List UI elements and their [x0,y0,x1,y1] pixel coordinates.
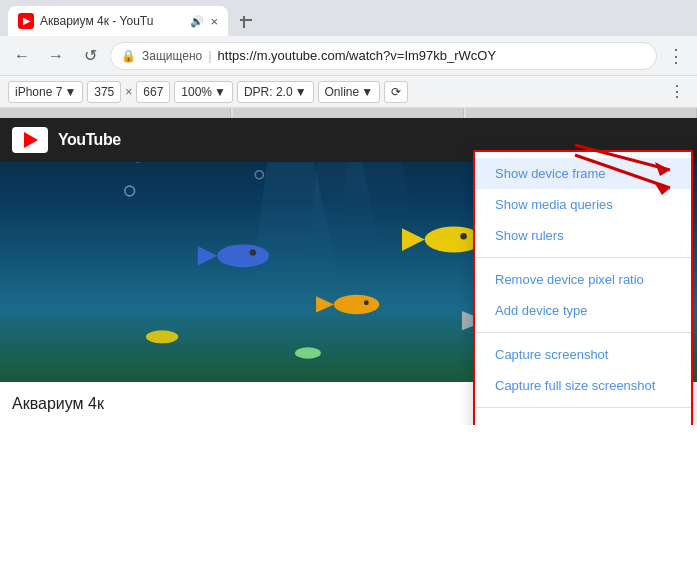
content-area: YouTube [0,108,697,425]
content-wrapper: YouTube [0,108,697,561]
menu-item-show-rulers[interactable]: Show rulers [475,220,691,251]
tab-close-button[interactable]: × [210,14,218,29]
zoom-dropdown-icon: ▼ [214,85,226,99]
menu-item-reset-defaults[interactable]: Reset to defaults [475,414,691,425]
svg-rect-0 [243,16,245,28]
zoom-selector[interactable]: 100% ▼ [174,81,233,103]
browser-window: ▶ Аквариум 4к - YouTu 🔊 × ← → ↺ 🔒 Защище… [0,0,697,561]
svg-point-28 [295,347,321,358]
dpr-dropdown-icon: ▼ [295,85,307,99]
device-dropdown-icon: ▼ [64,85,76,99]
url-bar[interactable]: 🔒 Защищено | https://m.youtube.com/watch… [110,42,657,70]
menu-item-remove-pixel-ratio[interactable]: Remove device pixel ratio [475,264,691,295]
youtube-logo-text: YouTube [58,131,121,149]
svg-point-23 [250,249,256,255]
svg-marker-5 [340,162,413,223]
divider-bar-1 [0,108,231,118]
menu-item-show-media-queries[interactable]: Show media queries [475,189,691,220]
security-label: Защищено [142,49,202,63]
active-tab[interactable]: ▶ Аквариум 4к - YouTu 🔊 × [8,6,228,36]
context-menu: Show device frame Show media queries Sho… [473,150,693,425]
svg-point-21 [217,244,269,267]
menu-item-show-device-frame[interactable]: Show device frame [475,158,691,189]
youtube-play-triangle [24,132,38,148]
devtools-more-button[interactable]: ⋮ [665,81,689,103]
tab-audio-icon: 🔊 [190,15,204,28]
new-tab-button[interactable] [232,8,260,36]
svg-point-27 [146,330,178,343]
rotate-icon: ⟳ [391,85,401,99]
divider-bar-3 [466,108,697,118]
top-divider-bars [0,108,697,118]
url-separator: | [208,48,211,63]
device-selector[interactable]: iPhone 7 ▼ [8,81,83,103]
divider-bar-2 [233,108,464,118]
dimension-separator: × [125,85,132,99]
svg-point-18 [334,295,379,314]
forward-button[interactable]: → [42,42,70,70]
back-button[interactable]: ← [8,42,36,70]
width-input[interactable]: 375 [87,81,121,103]
tab-bar: ▶ Аквариум 4к - YouTu 🔊 × [0,0,697,36]
security-lock-icon: 🔒 [121,49,136,63]
tab-favicon: ▶ [18,13,34,29]
network-dropdown-icon: ▼ [361,85,373,99]
height-input[interactable]: 667 [136,81,170,103]
menu-item-add-device-type[interactable]: Add device type [475,295,691,326]
rotate-button[interactable]: ⟳ [384,81,408,103]
address-bar: ← → ↺ 🔒 Защищено | https://m.youtube.com… [0,36,697,76]
menu-divider-3 [475,407,691,408]
menu-item-capture-full-screenshot[interactable]: Capture full size screenshot [475,370,691,401]
devtools-toolbar: iPhone 7 ▼ 375 × 667 100% ▼ DPR: 2.0 ▼ O… [0,76,697,108]
youtube-logo-icon [12,127,48,153]
dpr-selector[interactable]: DPR: 2.0 ▼ [237,81,314,103]
svg-point-17 [460,233,466,239]
menu-divider-1 [475,257,691,258]
svg-point-20 [364,300,369,305]
menu-divider-2 [475,332,691,333]
network-selector[interactable]: Online ▼ [318,81,381,103]
reload-button[interactable]: ↺ [76,42,104,70]
more-options-icon: ⋮ [669,82,685,101]
menu-item-capture-screenshot[interactable]: Capture screenshot [475,339,691,370]
svg-rect-1 [240,19,252,21]
tab-title: Аквариум 4к - YouTu [40,14,184,28]
url-text: https://m.youtube.com/watch?v=Im97kb_rWc… [218,48,497,63]
browser-menu-button[interactable]: ⋮ [663,41,689,71]
